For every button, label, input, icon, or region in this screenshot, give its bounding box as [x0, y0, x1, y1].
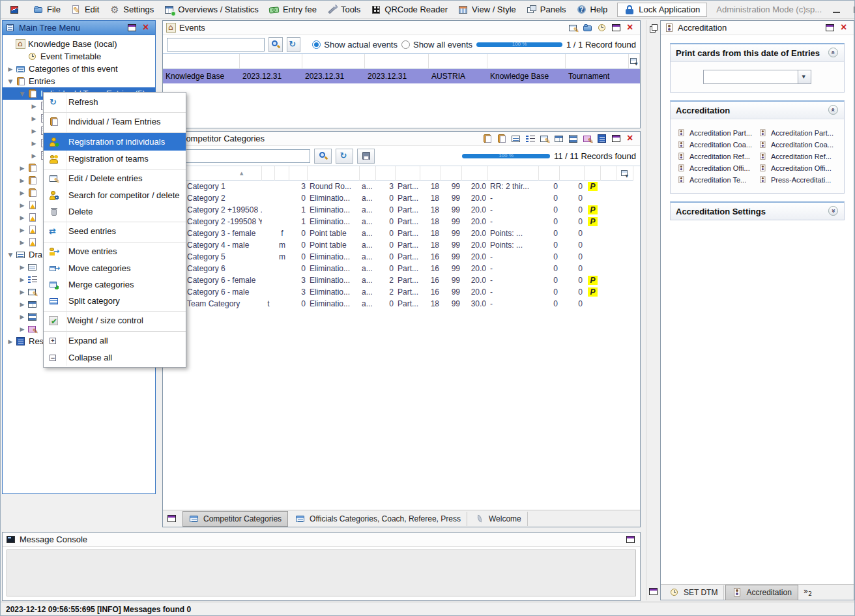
- events-column-header[interactable]: [240, 54, 302, 69]
- bottom-tab[interactable]: Competitor Categories: [182, 511, 288, 527]
- menu-item[interactable]: File: [29, 3, 65, 17]
- panel-header-button[interactable]: [611, 22, 622, 34]
- toolbar-button[interactable]: [268, 37, 283, 52]
- context-menu-item[interactable]: Registration of individuals: [44, 132, 186, 151]
- panel-header-button[interactable]: [625, 534, 637, 546]
- accreditation-list-group-header[interactable]: Accreditation: [671, 102, 844, 119]
- panel-header-button[interactable]: [126, 22, 138, 34]
- panel-header-button[interactable]: [596, 133, 608, 145]
- categories-column-header[interactable]: [185, 166, 262, 181]
- categories-column-header[interactable]: [488, 166, 539, 181]
- panel-header-button[interactable]: [539, 133, 551, 145]
- categories-column-header[interactable]: [262, 166, 275, 181]
- categories-search-input[interactable]: [167, 149, 310, 163]
- console-output[interactable]: [7, 550, 636, 596]
- categories-column-header[interactable]: [360, 166, 376, 181]
- category-table-row[interactable]: Category 4 - male m 0 Point table a... 0…: [163, 239, 640, 251]
- panel-header-button[interactable]: [553, 133, 565, 145]
- toolbar-button[interactable]: [336, 149, 353, 164]
- category-table-row[interactable]: Category 6 - female 3 Eliminatio... a...…: [163, 274, 640, 286]
- expander-arrow[interactable]: ▶: [17, 264, 27, 271]
- expander-arrow[interactable]: ▶: [29, 140, 39, 147]
- panel-header-button[interactable]: [611, 133, 622, 145]
- panel-header-button[interactable]: [496, 133, 508, 145]
- print-cards-group-header[interactable]: Print cards from this date of Entries: [671, 44, 844, 61]
- accreditation-card-item[interactable]: Accreditation Offi...: [759, 162, 837, 173]
- expander-arrow[interactable]: ▶: [17, 214, 27, 221]
- expander-arrow[interactable]: ▶: [17, 227, 27, 233]
- tree-item[interactable]: ▶ Categories of this event: [3, 63, 155, 75]
- bottom-tab[interactable]: Accreditation: [725, 585, 798, 600]
- events-column-header[interactable]: [487, 54, 566, 69]
- expander-arrow[interactable]: ▶: [17, 301, 27, 308]
- categories-column-header[interactable]: [275, 166, 289, 181]
- events-column-header[interactable]: [365, 54, 429, 69]
- panel-header-button[interactable]: [141, 22, 152, 34]
- events-column-header[interactable]: [163, 54, 240, 69]
- expander-arrow[interactable]: ▶: [29, 115, 39, 122]
- tab-overflow-button[interactable]: »2: [804, 587, 812, 597]
- accreditation-card-item[interactable]: Accreditation Part...: [759, 127, 837, 138]
- window-control-button[interactable]: [831, 4, 843, 16]
- tree-item[interactable]: Knowledge Base (local): [3, 38, 155, 50]
- menu-item[interactable]: Panels: [522, 3, 571, 17]
- expander-arrow[interactable]: ▶: [17, 165, 27, 171]
- panel-header-button[interactable]: [582, 22, 594, 34]
- panel-header-button[interactable]: [582, 133, 594, 145]
- context-menu-item[interactable]: Split category: [44, 293, 186, 309]
- context-menu-item[interactable]: Delete: [44, 203, 186, 220]
- context-menu-item[interactable]: Seed entries: [44, 222, 186, 240]
- category-table-row[interactable]: Category 1 3 Round Ro... a... 3 Part... …: [163, 181, 640, 192]
- toolbar-button[interactable]: [357, 149, 375, 164]
- panel-header-button[interactable]: [839, 22, 850, 34]
- category-table-row[interactable]: Category 3 - female f 0 Point table a...…: [163, 227, 640, 239]
- menu-item[interactable]: QRCode Reader: [366, 3, 452, 17]
- accreditation-card-item[interactable]: Accreditation Coa...: [677, 139, 756, 150]
- expander-arrow[interactable]: ▶: [29, 153, 39, 159]
- accreditation-settings-group-header[interactable]: Accreditation Settings: [671, 203, 844, 220]
- expander-arrow[interactable]: ▶: [5, 66, 16, 72]
- bottom-tab[interactable]: Officials Categories, Coach, Referee, Pr…: [289, 512, 467, 526]
- menu-item[interactable]: View / Style: [454, 3, 521, 17]
- collapse-chevron-icon[interactable]: [828, 105, 839, 115]
- accreditation-card-item[interactable]: Accreditation Te...: [677, 174, 756, 185]
- category-table-row[interactable]: Team Category t 0 Eliminatio... a... 0 P…: [163, 298, 640, 310]
- accreditation-card-item[interactable]: Accreditation Ref...: [677, 151, 756, 162]
- category-table-row[interactable]: Category 6 - male 3 Eliminatio... a... 2…: [163, 286, 640, 298]
- accreditation-card-item[interactable]: Accreditation Ref...: [759, 151, 837, 162]
- events-column-header[interactable]: [302, 54, 365, 69]
- expander-arrow[interactable]: ▶: [17, 177, 27, 184]
- categories-column-header[interactable]: [539, 166, 560, 181]
- accreditation-card-item[interactable]: Press-Accreditati...: [759, 174, 837, 185]
- menu-item[interactable]: Entry fee: [265, 3, 321, 17]
- toolbar-button[interactable]: [287, 37, 301, 52]
- radio-option[interactable]: Show all events: [401, 40, 472, 50]
- events-search-input[interactable]: [167, 38, 265, 51]
- category-table-row[interactable]: Category 6 0 Eliminatio... a... 0 Part..…: [163, 263, 640, 274]
- categories-column-header[interactable]: [441, 166, 462, 181]
- categories-column-header[interactable]: [560, 166, 585, 181]
- context-menu-item[interactable]: Expand all: [44, 331, 186, 349]
- panel-header-button[interactable]: [525, 133, 536, 145]
- window-control-button[interactable]: [852, 4, 855, 16]
- panel-header-button[interactable]: [510, 133, 522, 145]
- context-menu-item[interactable]: Individual / Team Entries: [44, 112, 186, 130]
- context-menu-item[interactable]: Collapse all: [44, 349, 186, 366]
- context-menu-item[interactable]: Search for competitor / delete: [44, 187, 186, 203]
- bottom-tab[interactable]: Welcome: [469, 512, 528, 526]
- menu-item[interactable]: Help: [572, 3, 613, 17]
- category-table-row[interactable]: Category 2 +199508 ... 1 Eliminatio... a…: [163, 204, 640, 216]
- panel-header-button[interactable]: [568, 22, 579, 34]
- menu-item[interactable]: Settings: [105, 3, 158, 17]
- menu-item[interactable]: Overviews / Statistics: [160, 3, 263, 17]
- menu-item[interactable]: Edit: [66, 3, 104, 17]
- expander-arrow[interactable]: ▼: [5, 252, 16, 258]
- context-menu-item[interactable]: Move categories: [44, 260, 186, 276]
- combobox-dropdown-button[interactable]: [798, 70, 811, 84]
- panel-header-button[interactable]: [625, 22, 637, 34]
- categories-column-header[interactable]: [289, 166, 308, 181]
- events-table-row[interactable]: Knowledge Base 2023.12.31 2023.12.31 202…: [163, 69, 640, 83]
- categories-column-header[interactable]: [396, 166, 420, 181]
- events-column-header[interactable]: [566, 54, 629, 69]
- expander-arrow[interactable]: ▶: [17, 326, 27, 332]
